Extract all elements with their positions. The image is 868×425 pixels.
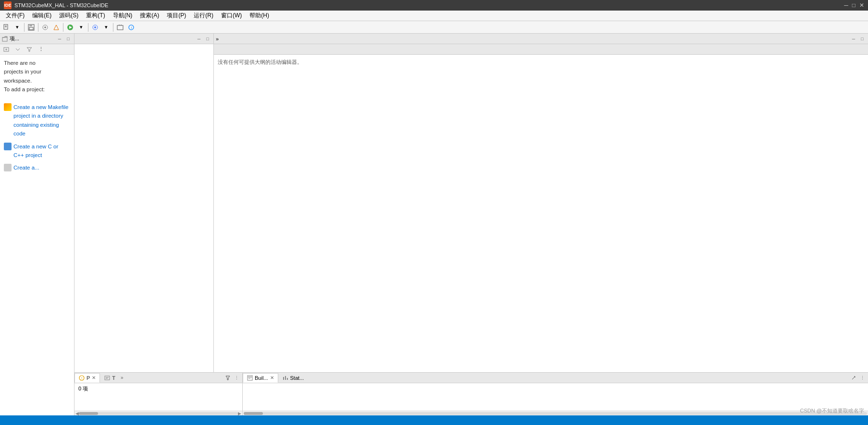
- menu-search[interactable]: 搜索(A): [136, 11, 163, 21]
- svg-text:i: i: [131, 25, 132, 30]
- toolbar-info-btn[interactable]: i: [126, 22, 136, 33]
- outline-overflow: »: [216, 36, 219, 42]
- collapse-btn[interactable]: [12, 44, 23, 55]
- stats-scrollbar-thumb[interactable]: [244, 412, 263, 415]
- outline-controls: ─ □: [850, 35, 866, 43]
- outline-content: 没有任何可提供大纲的活动编辑器。: [214, 55, 868, 372]
- title-bar: IDE STM32CubeMX_HAL - STM32CubeIDE ─ □ ✕: [0, 0, 868, 11]
- menu-navigate[interactable]: 导航(N): [109, 11, 136, 21]
- build-console-content: 0 项: [74, 383, 242, 411]
- c-cpp-link-text: Create a new C or C++ project: [13, 142, 70, 160]
- statistics-content: [243, 383, 868, 411]
- scrollbar-track: [79, 412, 238, 415]
- stats-more-btn[interactable]: ⋮: [858, 374, 866, 382]
- menu-project[interactable]: 项目(P): [163, 11, 190, 21]
- minimize-button[interactable]: ─: [844, 2, 848, 9]
- editor-left-panel: ─ □: [74, 34, 214, 372]
- panel-minimize-btn[interactable]: ─: [56, 35, 63, 43]
- editor-left-maximize[interactable]: □: [204, 35, 211, 43]
- build-console-tab-area: ! P ✕ T » ⋮: [74, 373, 242, 383]
- svg-rect-5: [29, 27, 33, 30]
- build-console-panel: ! P ✕ T » ⋮: [74, 373, 243, 415]
- project-explorer-title: 项...: [10, 35, 54, 42]
- new-project-btn[interactable]: [1, 44, 12, 55]
- toolbar-debug-btn[interactable]: [40, 22, 50, 33]
- toolbar-new-dropdown[interactable]: ▾: [12, 22, 23, 33]
- window-controls: ─ □ ✕: [844, 2, 864, 9]
- outline-minimize[interactable]: ─: [850, 35, 857, 43]
- create-c-cpp-link[interactable]: Create a new C or C++ project: [4, 142, 70, 160]
- editor-left-header: ─ □: [74, 34, 213, 44]
- scrollbar-thumb[interactable]: [79, 412, 98, 415]
- build-filter-btn[interactable]: [224, 374, 232, 382]
- scroll-right-btn[interactable]: ▶: [238, 411, 241, 416]
- toolbar-new-btn[interactable]: [1, 22, 12, 33]
- svg-rect-14: [2, 37, 7, 41]
- maximize-button[interactable]: □: [852, 2, 856, 9]
- statistics-panel: Buil... ✕ Stat... ⋮: [243, 373, 868, 415]
- stats-scrollbar: [243, 411, 868, 415]
- outline-no-editor-msg: 没有任何可提供大纲的活动编辑器。: [218, 59, 302, 65]
- project-icon: [2, 36, 8, 42]
- editor-left-content: [74, 44, 213, 372]
- toolbar: ▾ ▾ ▾ i: [0, 21, 868, 34]
- svg-rect-28: [287, 378, 288, 380]
- problems-tab-label: P: [87, 375, 90, 381]
- tasks-tab-label: T: [112, 375, 115, 381]
- filter-btn[interactable]: [24, 44, 35, 55]
- panel-maximize-btn[interactable]: □: [64, 35, 72, 43]
- bottom-area: ! P ✕ T » ⋮: [74, 372, 868, 415]
- close-button[interactable]: ✕: [859, 2, 864, 9]
- more-btn[interactable]: ⋮: [36, 44, 46, 55]
- scroll-left-btn[interactable]: ◀: [75, 411, 79, 416]
- outline-maximize[interactable]: □: [858, 35, 866, 43]
- svg-rect-23: [248, 376, 252, 380]
- panel-header-controls: ─ □: [56, 35, 72, 43]
- menu-run[interactable]: 运行(R): [190, 11, 217, 21]
- build-console-tab-close[interactable]: ✕: [270, 375, 274, 380]
- menu-window[interactable]: 窗口(W): [217, 11, 246, 21]
- toolbar-profile-dropdown[interactable]: ▾: [101, 22, 112, 33]
- bottom-left-overflow[interactable]: »: [120, 375, 124, 380]
- tab-tasks[interactable]: T: [100, 373, 120, 383]
- editor-left-minimize[interactable]: ─: [195, 35, 203, 43]
- tab-problems[interactable]: ! P ✕: [74, 373, 100, 383]
- menu-edit[interactable]: 编辑(E): [28, 11, 55, 21]
- menu-file[interactable]: 文件(F): [2, 11, 28, 21]
- makefile-link-text: Create a new Makefile project in a direc…: [13, 103, 70, 138]
- project-toolbar: ⋮: [0, 44, 74, 55]
- build-panel-controls: ⋮: [224, 374, 242, 382]
- problems-tab-close[interactable]: ✕: [92, 375, 96, 380]
- project-explorer-header: 项... ─ □: [0, 34, 74, 44]
- toolbar-run-btn[interactable]: [65, 22, 75, 33]
- project-explorer-panel: 项... ─ □ ⋮ There are no projects in your…: [0, 34, 74, 415]
- app-icon: IDE: [4, 1, 12, 9]
- create-other-link[interactable]: Create a...: [4, 163, 70, 172]
- menu-bar: 文件(F) 编辑(E) 源码(S) 重构(T) 导航(N) 搜索(A) 项目(P…: [0, 11, 868, 21]
- toolbar-save-btn[interactable]: [26, 22, 37, 33]
- svg-rect-26: [283, 377, 284, 380]
- create-makefile-link[interactable]: Create a new Makefile project in a direc…: [4, 103, 70, 138]
- build-more-btn[interactable]: ⋮: [233, 374, 240, 382]
- toolbar-export-btn[interactable]: [115, 22, 125, 33]
- menu-source[interactable]: 源码(S): [55, 11, 82, 21]
- menu-refactor[interactable]: 重构(T): [82, 11, 109, 21]
- problems-icon: !: [79, 375, 85, 381]
- other-icon: [4, 164, 12, 171]
- tab-statistics[interactable]: Stat...: [278, 373, 309, 383]
- outline-tab-strip: [214, 44, 868, 55]
- watermark: CSDN @不知道要取啥名字: [800, 407, 864, 414]
- toolbar-sep-1: [24, 23, 25, 32]
- statistics-icon: [283, 375, 288, 381]
- stats-tab-area: Buil... ✕ Stat... ⋮: [243, 373, 868, 383]
- toolbar-sep-5: [113, 23, 113, 32]
- toolbar-profile-btn[interactable]: [90, 22, 100, 33]
- toolbar-build-btn[interactable]: [51, 22, 62, 33]
- menu-help[interactable]: 帮助(H): [246, 11, 273, 21]
- build-console-tab-label: Buil...: [255, 375, 268, 381]
- toolbar-run-dropdown[interactable]: ▾: [76, 22, 87, 33]
- stats-open-btn[interactable]: [850, 374, 857, 382]
- outline-panel: » ─ □ 没有任何可提供大纲的活动编辑器。: [214, 34, 868, 372]
- other-link-text: Create a...: [13, 163, 39, 172]
- tab-build-console[interactable]: Buil... ✕: [243, 373, 278, 383]
